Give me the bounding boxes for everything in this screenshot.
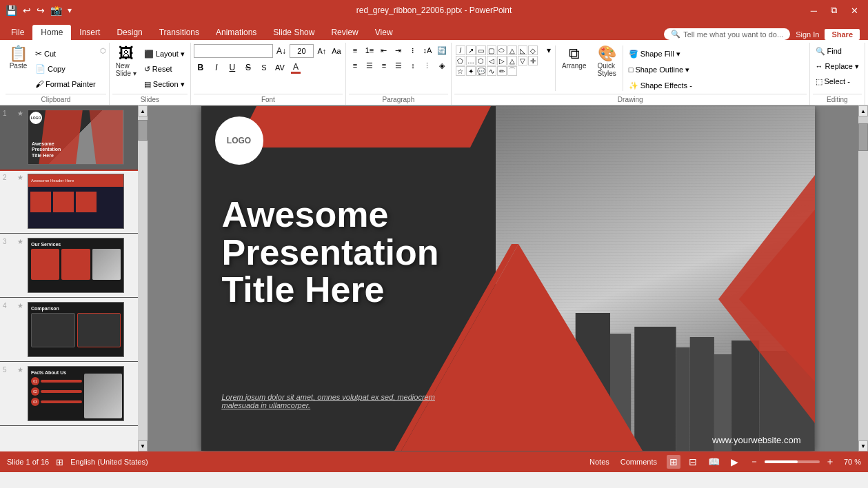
clipboard-expand[interactable]: ⬡ bbox=[100, 44, 106, 54]
shape-effects-button[interactable]: ✨ Shape Effects - bbox=[626, 79, 695, 92]
shape-diamond[interactable]: ◇ bbox=[528, 45, 538, 55]
shape-star4[interactable]: ✦ bbox=[466, 66, 476, 76]
shadow-button[interactable]: S bbox=[257, 61, 271, 74]
shape-callout[interactable]: 💬 bbox=[476, 66, 486, 76]
canvas-vscroll[interactable]: ▲ ▼ bbox=[858, 105, 868, 451]
slide-item-3[interactable]: 3 ★ Our Services bbox=[0, 234, 138, 298]
replace-button[interactable]: ↔ Replace ▾ bbox=[813, 59, 862, 73]
tab-animations[interactable]: Animations bbox=[208, 25, 265, 40]
shape-rect[interactable]: ▭ bbox=[476, 45, 486, 55]
tab-home[interactable]: Home bbox=[32, 25, 71, 40]
font-color-button[interactable]: A bbox=[289, 61, 303, 74]
quick-styles-button[interactable]: 🎨 QuickStyles bbox=[594, 44, 619, 79]
bullets-button[interactable]: ≡ bbox=[349, 44, 361, 57]
shape-arr-r[interactable]: ▷ bbox=[497, 56, 507, 65]
font-clear-btn[interactable]: Aa bbox=[330, 45, 343, 57]
shape-bezier[interactable]: ⌒ bbox=[507, 66, 517, 76]
align-right-button[interactable]: ≡ bbox=[378, 59, 390, 72]
slide-item-1[interactable]: 1 ★ LOGO AwesomePresentationTitle Here bbox=[0, 105, 138, 170]
comments-button[interactable]: Comments bbox=[616, 456, 661, 467]
present-icon[interactable]: 📸 bbox=[50, 5, 62, 16]
slide-number-icon[interactable]: ⊞ bbox=[56, 457, 63, 467]
tab-slideshow[interactable]: Slide Show bbox=[265, 25, 323, 40]
tab-review[interactable]: Review bbox=[323, 25, 366, 40]
language-display[interactable]: English (United States) bbox=[70, 458, 148, 466]
close-button[interactable]: ✕ bbox=[847, 4, 862, 17]
shape-star5[interactable]: ☆ bbox=[456, 66, 465, 76]
zoom-in-button[interactable]: ＋ bbox=[822, 456, 838, 468]
font-size-increase[interactable]: A↑ bbox=[316, 45, 328, 57]
scroll-down-button[interactable]: ▼ bbox=[138, 440, 148, 451]
shape-fill-button[interactable]: 🪣 Shape Fill ▾ bbox=[626, 47, 695, 61]
font-size-input[interactable] bbox=[290, 44, 314, 58]
slide-item-5[interactable]: 5 ★ Facts About Us 01 02 03 bbox=[0, 362, 138, 426]
minimize-button[interactable]: ─ bbox=[807, 4, 821, 17]
tab-file[interactable]: File bbox=[3, 25, 32, 40]
select-button[interactable]: ⬚ Select - bbox=[813, 74, 853, 88]
shape-curve[interactable]: ∿ bbox=[487, 66, 496, 76]
shape-oval[interactable]: ⬭ bbox=[497, 45, 507, 55]
charspacing-button[interactable]: AV bbox=[273, 61, 287, 74]
format-painter-button[interactable]: 🖌Format Painter bbox=[32, 77, 99, 91]
slide-item-4[interactable]: 4 ★ Comparison bbox=[0, 298, 138, 362]
underline-button[interactable]: U bbox=[225, 61, 239, 74]
shape-arr-4[interactable]: ✛ bbox=[528, 56, 538, 65]
linespace-button[interactable]: ↕ bbox=[407, 59, 419, 72]
shape-6[interactable]: ⬡ bbox=[476, 56, 486, 65]
col-button[interactable]: ⫶ bbox=[407, 44, 419, 57]
zoom-slider[interactable] bbox=[765, 460, 820, 463]
signin-button[interactable]: Sign In bbox=[796, 30, 819, 39]
shape-outline-button[interactable]: □ Shape Outline ▾ bbox=[626, 63, 695, 77]
justify-button[interactable]: ☰ bbox=[392, 59, 405, 72]
slide-item-2[interactable]: 2 ★ Awesome Header Here bbox=[0, 170, 138, 234]
tab-view[interactable]: View bbox=[367, 25, 401, 40]
convert-button[interactable]: 🔄 bbox=[436, 44, 448, 57]
canvas-scroll-thumb[interactable] bbox=[858, 123, 868, 151]
find-button[interactable]: 🔍 Find bbox=[813, 44, 845, 58]
tab-transitions[interactable]: Transitions bbox=[151, 25, 208, 40]
slide-title-text[interactable]: AwesomePresentationTitle Here bbox=[222, 196, 439, 309]
shape-arr-u[interactable]: △ bbox=[507, 56, 517, 65]
shape-freeform[interactable]: ✏ bbox=[497, 66, 507, 76]
increase-indent-button[interactable]: ⇥ bbox=[392, 44, 405, 57]
tab-design[interactable]: Design bbox=[108, 25, 150, 40]
bold-button[interactable]: B bbox=[194, 61, 208, 74]
save-icon[interactable]: 💾 bbox=[6, 5, 17, 16]
zoom-level[interactable]: 70 % bbox=[840, 458, 861, 466]
canvas-scroll-up[interactable]: ▲ bbox=[858, 105, 868, 116]
zoom-out-button[interactable]: － bbox=[747, 456, 762, 468]
view-slideshow-button[interactable]: ▶ bbox=[728, 455, 741, 469]
shape-arrow-diag[interactable]: ↗ bbox=[466, 45, 476, 55]
align-center-button[interactable]: ☰ bbox=[363, 59, 376, 72]
shape-triangle[interactable]: △ bbox=[507, 45, 517, 55]
slide-panel-scrollbar[interactable]: ▲ ▼ bbox=[138, 105, 148, 451]
arrange-button[interactable]: ⧉ Arrange bbox=[558, 44, 590, 72]
slide-subtitle-text[interactable]: Lorem ipsum dolor sit amet, omnes volutp… bbox=[222, 393, 463, 409]
smartart-button[interactable]: ◈ bbox=[436, 59, 448, 72]
view-reading-button[interactable]: 📖 bbox=[705, 455, 723, 469]
shape-round-rect[interactable]: ▢ bbox=[487, 45, 496, 55]
shape-line[interactable]: / bbox=[456, 45, 465, 55]
undo-icon[interactable]: ↩ bbox=[23, 5, 31, 16]
copy-button[interactable]: 📄Copy bbox=[32, 62, 99, 76]
redo-icon[interactable]: ↪ bbox=[37, 5, 45, 16]
strikethrough-button[interactable]: S bbox=[241, 61, 255, 74]
italic-button[interactable]: I bbox=[210, 61, 223, 74]
shape-arr-d[interactable]: ▽ bbox=[518, 56, 527, 65]
decrease-indent-button[interactable]: ⇤ bbox=[378, 44, 390, 57]
slide-canvas[interactable]: LOGO AwesomePresentationTitle Here Lorem… bbox=[201, 106, 815, 451]
section-button[interactable]: ▤ Section ▾ bbox=[141, 77, 188, 91]
cut-button[interactable]: ✂Cut bbox=[32, 47, 99, 61]
new-slide-button[interactable]: 🖼 NewSlide ▾ bbox=[112, 44, 140, 79]
reset-button[interactable]: ↺ Reset bbox=[141, 62, 188, 76]
tab-insert[interactable]: Insert bbox=[71, 25, 108, 40]
align-left-button[interactable]: ≡ bbox=[349, 59, 361, 72]
paste-button[interactable]: 📋 Paste bbox=[6, 44, 31, 72]
shape-arr-l[interactable]: ◁ bbox=[487, 56, 496, 65]
shape-more[interactable]: … bbox=[466, 56, 476, 65]
shape-pentagon[interactable]: ⬠ bbox=[456, 56, 465, 65]
notes-button[interactable]: Notes bbox=[585, 456, 614, 467]
font-size-decrease[interactable]: A↓ bbox=[275, 45, 287, 57]
scroll-up-button[interactable]: ▲ bbox=[138, 105, 148, 116]
layout-button[interactable]: ⬛ Layout ▾ bbox=[141, 47, 188, 61]
